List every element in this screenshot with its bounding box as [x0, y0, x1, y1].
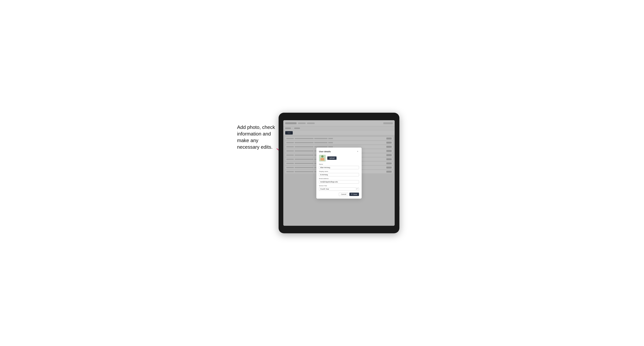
photo-section: Upload — [319, 155, 359, 162]
school-year-select[interactable]: Fourth Year First Year Second Year Third… — [319, 187, 359, 191]
cancel-button[interactable]: Cancel — [339, 193, 348, 196]
email-field-group: Email address — [319, 178, 359, 183]
close-icon[interactable]: × — [356, 150, 359, 153]
email-label: Email address — [319, 178, 359, 179]
modal-overlay: User details × Upload — [283, 120, 395, 226]
annotation-left: Add photo, check information and make an… — [237, 124, 277, 150]
name-label: Name — [319, 163, 359, 165]
name-field-group: Name — [319, 163, 359, 169]
modal-actions: Cancel ⬆ Save — [319, 193, 359, 196]
photo-person-graphic — [320, 155, 325, 161]
save-button[interactable]: ⬆ Save — [349, 193, 359, 196]
display-name-label: Display name — [319, 171, 359, 172]
upload-photo-button[interactable]: Upload — [327, 157, 336, 160]
school-year-select-wrapper: Fourth Year First Year Second Year Third… — [319, 187, 359, 191]
school-year-field-group: School Year Fourth Year First Year Secon… — [319, 185, 359, 191]
scene: Add photo, check information and make an… — [237, 109, 407, 237]
save-icon: ⬆ — [351, 193, 352, 195]
user-photo-thumbnail — [319, 155, 326, 162]
tablet-screen: / Users — [283, 120, 395, 226]
display-name-input[interactable] — [319, 173, 359, 176]
modal-title-bar: User details × — [319, 150, 359, 153]
display-name-field-group: Display name — [319, 171, 359, 176]
name-input[interactable] — [319, 166, 359, 169]
email-input[interactable] — [319, 180, 359, 183]
modal-title: User details — [319, 150, 331, 153]
chevron-down-icon: ▲▼ — [356, 188, 358, 189]
user-details-modal: User details × Upload — [316, 148, 362, 199]
tablet-device: / Users — [278, 113, 400, 233]
school-year-label: School Year — [319, 185, 359, 186]
